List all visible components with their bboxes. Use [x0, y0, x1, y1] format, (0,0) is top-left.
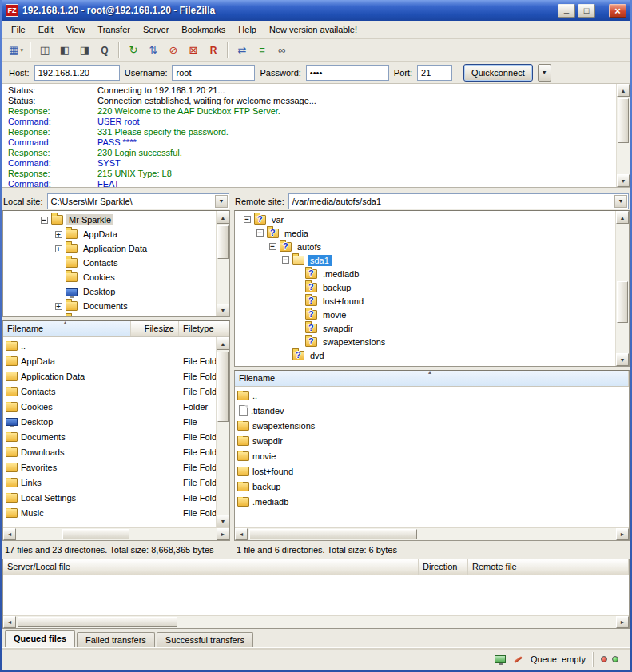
- file-row[interactable]: Cookies Folder: [3, 399, 229, 414]
- scroll-right-icon[interactable]: [616, 528, 629, 540]
- refresh-button[interactable]: ↻: [124, 42, 143, 59]
- tree-item-downloads[interactable]: Downloads: [6, 313, 215, 317]
- scroll-thumb[interactable]: [62, 529, 129, 539]
- collapse-icon[interactable]: [41, 217, 48, 224]
- scroll-track[interactable]: [16, 528, 217, 540]
- scroll-up-icon[interactable]: [217, 211, 229, 224]
- column-remote-file[interactable]: Remote file: [468, 559, 629, 575]
- scroll-right-icon[interactable]: [217, 528, 229, 540]
- remote-path-combobox[interactable]: /var/media/autofs/sda1: [288, 193, 629, 209]
- scroll-up-icon[interactable]: [217, 337, 229, 350]
- menu-server[interactable]: Server: [137, 22, 175, 38]
- file-row[interactable]: swapextensions: [235, 418, 629, 433]
- tree-item-appdata[interactable]: AppData: [6, 227, 215, 241]
- menu-bookmarks[interactable]: Bookmarks: [175, 22, 232, 38]
- process-queue-button[interactable]: ⇅: [144, 42, 163, 59]
- chevron-down-icon[interactable]: [614, 195, 627, 208]
- file-row[interactable]: Contacts File Folder: [3, 384, 229, 399]
- scroll-up-icon[interactable]: [616, 211, 629, 224]
- menu-edit[interactable]: Edit: [32, 22, 60, 38]
- quickconnect-button[interactable]: Quickconnect: [463, 64, 533, 82]
- tree-item-lost-found[interactable]: lost+found: [237, 294, 614, 308]
- expand-icon[interactable]: [55, 317, 62, 318]
- menu-view[interactable]: View: [60, 22, 92, 38]
- reconnect-button[interactable]: R: [204, 42, 223, 59]
- chevron-down-icon[interactable]: ▾: [20, 47, 23, 54]
- tree-item-mr-sparkle[interactable]: Mr Sparkle: [6, 213, 215, 227]
- maximize-button[interactable]: [578, 4, 595, 18]
- tree-item-autofs[interactable]: autofs: [237, 240, 614, 253]
- quickconnect-dropdown-button[interactable]: [538, 64, 551, 82]
- scroll-track[interactable]: [616, 224, 629, 353]
- file-row[interactable]: AppData File Folder: [3, 353, 229, 368]
- collapse-icon[interactable]: [244, 216, 251, 223]
- file-row[interactable]: swapdir: [235, 433, 629, 448]
- scroll-down-icon[interactable]: [616, 353, 629, 366]
- scroll-thumb[interactable]: [617, 281, 628, 323]
- scroll-track[interactable]: [217, 224, 229, 304]
- sync-browsing-button[interactable]: ≡: [252, 42, 272, 59]
- log-scrollbar[interactable]: [616, 84, 630, 187]
- scroll-track[interactable]: [217, 350, 229, 515]
- expand-icon[interactable]: [55, 303, 62, 310]
- scroll-down-icon[interactable]: [617, 174, 630, 187]
- toggle-remote-tree-button[interactable]: ◨: [75, 42, 94, 59]
- remote-tree-scrollbar[interactable]: [615, 211, 629, 366]
- tree-item-movie[interactable]: movie: [237, 308, 614, 321]
- scroll-track[interactable]: [617, 97, 630, 174]
- host-input[interactable]: [34, 65, 120, 81]
- tree-item-backup[interactable]: backup: [237, 280, 614, 294]
- menu-help[interactable]: Help: [232, 22, 263, 38]
- tab-failed-transfers[interactable]: Failed transfers: [77, 632, 155, 647]
- cancel-button[interactable]: ⊘: [164, 42, 183, 59]
- column-filesize[interactable]: Filesize: [131, 321, 179, 336]
- disconnect-button[interactable]: ⊠: [184, 42, 203, 59]
- port-input[interactable]: [417, 65, 452, 81]
- tree-item-mediadb[interactable]: .mediadb: [237, 267, 614, 280]
- password-input[interactable]: [306, 65, 389, 81]
- menu-new-version[interactable]: New version available!: [263, 22, 364, 38]
- scroll-track[interactable]: [248, 528, 616, 540]
- file-row[interactable]: .mediadb: [235, 494, 629, 509]
- tree-item-cookies[interactable]: Cookies: [6, 270, 215, 284]
- file-row[interactable]: Application Data File Folder: [3, 368, 229, 384]
- collapse-icon[interactable]: [269, 243, 276, 250]
- file-row[interactable]: .titandev: [235, 403, 629, 418]
- tree-item-desktop[interactable]: Desktop: [6, 284, 215, 299]
- scroll-right-icon[interactable]: [616, 616, 629, 628]
- collapse-icon[interactable]: [282, 256, 289, 264]
- tree-item-var[interactable]: var: [237, 213, 614, 226]
- scroll-thumb[interactable]: [217, 352, 229, 422]
- menu-file[interactable]: File: [5, 22, 32, 38]
- scroll-track[interactable]: [16, 616, 616, 628]
- chevron-down-icon[interactable]: [215, 195, 228, 208]
- username-input[interactable]: [172, 65, 255, 81]
- tree-item-swapextensions[interactable]: swapextensions: [237, 335, 614, 348]
- file-row[interactable]: ..: [235, 388, 629, 403]
- file-row[interactable]: Local Settings File Folder: [3, 490, 229, 505]
- toggle-local-tree-button[interactable]: ◧: [55, 42, 74, 59]
- file-row[interactable]: movie: [235, 448, 629, 463]
- close-button[interactable]: [609, 4, 626, 18]
- tree-item-contacts[interactable]: Contacts: [6, 256, 215, 270]
- expand-icon[interactable]: [55, 231, 62, 238]
- tree-item-sda1[interactable]: sda1: [237, 253, 614, 267]
- file-row[interactable]: ..: [3, 338, 229, 353]
- file-row[interactable]: Documents File Folder: [3, 429, 229, 444]
- tree-item-media[interactable]: media: [237, 226, 614, 240]
- scroll-left-icon[interactable]: [235, 528, 248, 540]
- scroll-thumb[interactable]: [618, 98, 629, 143]
- local-list-hscrollbar[interactable]: [3, 527, 229, 540]
- compare-button[interactable]: ⇄: [233, 42, 252, 59]
- file-row[interactable]: Downloads File Folder: [3, 444, 229, 459]
- remote-list-hscrollbar[interactable]: [235, 527, 629, 540]
- minimize-button[interactable]: [558, 4, 575, 18]
- expand-icon[interactable]: [55, 245, 62, 252]
- collapse-icon[interactable]: [256, 229, 264, 237]
- column-filename[interactable]: Filename: [235, 371, 629, 386]
- scroll-thumb[interactable]: [217, 225, 229, 259]
- queue-hscrollbar[interactable]: [3, 615, 629, 628]
- column-filename[interactable]: Filename: [3, 321, 131, 336]
- file-row[interactable]: Links File Folder: [3, 475, 229, 490]
- column-filetype[interactable]: Filetype: [179, 321, 229, 336]
